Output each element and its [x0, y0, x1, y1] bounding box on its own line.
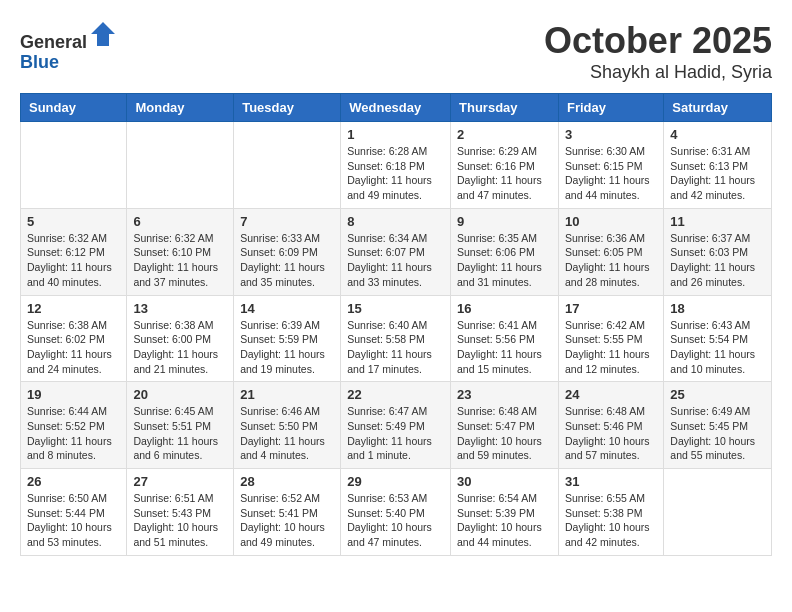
weekday-header-tuesday: Tuesday	[234, 94, 341, 122]
weekday-header-saturday: Saturday	[664, 94, 772, 122]
day-cell: 31Sunrise: 6:55 AM Sunset: 5:38 PM Dayli…	[558, 469, 663, 556]
day-number: 19	[27, 387, 120, 402]
day-info: Sunrise: 6:40 AM Sunset: 5:58 PM Dayligh…	[347, 318, 444, 377]
day-cell	[664, 469, 772, 556]
day-cell: 13Sunrise: 6:38 AM Sunset: 6:00 PM Dayli…	[127, 295, 234, 382]
day-cell: 25Sunrise: 6:49 AM Sunset: 5:45 PM Dayli…	[664, 382, 772, 469]
calendar-table: SundayMondayTuesdayWednesdayThursdayFrid…	[20, 93, 772, 556]
day-info: Sunrise: 6:45 AM Sunset: 5:51 PM Dayligh…	[133, 404, 227, 463]
day-number: 27	[133, 474, 227, 489]
day-number: 15	[347, 301, 444, 316]
day-cell: 23Sunrise: 6:48 AM Sunset: 5:47 PM Dayli…	[451, 382, 559, 469]
day-number: 18	[670, 301, 765, 316]
day-number: 23	[457, 387, 552, 402]
day-number: 17	[565, 301, 657, 316]
weekday-header-sunday: Sunday	[21, 94, 127, 122]
day-info: Sunrise: 6:39 AM Sunset: 5:59 PM Dayligh…	[240, 318, 334, 377]
day-cell: 11Sunrise: 6:37 AM Sunset: 6:03 PM Dayli…	[664, 208, 772, 295]
day-cell: 6Sunrise: 6:32 AM Sunset: 6:10 PM Daylig…	[127, 208, 234, 295]
day-cell: 9Sunrise: 6:35 AM Sunset: 6:06 PM Daylig…	[451, 208, 559, 295]
day-cell: 26Sunrise: 6:50 AM Sunset: 5:44 PM Dayli…	[21, 469, 127, 556]
logo-icon	[89, 20, 117, 48]
day-number: 25	[670, 387, 765, 402]
weekday-header-thursday: Thursday	[451, 94, 559, 122]
day-info: Sunrise: 6:37 AM Sunset: 6:03 PM Dayligh…	[670, 231, 765, 290]
day-number: 26	[27, 474, 120, 489]
day-info: Sunrise: 6:44 AM Sunset: 5:52 PM Dayligh…	[27, 404, 120, 463]
day-info: Sunrise: 6:49 AM Sunset: 5:45 PM Dayligh…	[670, 404, 765, 463]
day-cell: 1Sunrise: 6:28 AM Sunset: 6:18 PM Daylig…	[341, 122, 451, 209]
logo: General Blue	[20, 20, 117, 73]
day-number: 7	[240, 214, 334, 229]
weekday-header-wednesday: Wednesday	[341, 94, 451, 122]
day-cell: 12Sunrise: 6:38 AM Sunset: 6:02 PM Dayli…	[21, 295, 127, 382]
week-row-5: 26Sunrise: 6:50 AM Sunset: 5:44 PM Dayli…	[21, 469, 772, 556]
day-cell: 14Sunrise: 6:39 AM Sunset: 5:59 PM Dayli…	[234, 295, 341, 382]
day-info: Sunrise: 6:41 AM Sunset: 5:56 PM Dayligh…	[457, 318, 552, 377]
day-info: Sunrise: 6:50 AM Sunset: 5:44 PM Dayligh…	[27, 491, 120, 550]
day-cell: 29Sunrise: 6:53 AM Sunset: 5:40 PM Dayli…	[341, 469, 451, 556]
day-cell	[21, 122, 127, 209]
day-number: 13	[133, 301, 227, 316]
day-cell: 27Sunrise: 6:51 AM Sunset: 5:43 PM Dayli…	[127, 469, 234, 556]
day-cell: 20Sunrise: 6:45 AM Sunset: 5:51 PM Dayli…	[127, 382, 234, 469]
day-number: 16	[457, 301, 552, 316]
logo-blue-text: Blue	[20, 52, 59, 72]
day-number: 5	[27, 214, 120, 229]
day-info: Sunrise: 6:52 AM Sunset: 5:41 PM Dayligh…	[240, 491, 334, 550]
day-number: 21	[240, 387, 334, 402]
day-info: Sunrise: 6:28 AM Sunset: 6:18 PM Dayligh…	[347, 144, 444, 203]
day-cell	[234, 122, 341, 209]
day-number: 8	[347, 214, 444, 229]
day-cell: 2Sunrise: 6:29 AM Sunset: 6:16 PM Daylig…	[451, 122, 559, 209]
day-number: 22	[347, 387, 444, 402]
day-info: Sunrise: 6:38 AM Sunset: 6:00 PM Dayligh…	[133, 318, 227, 377]
weekday-header-friday: Friday	[558, 94, 663, 122]
day-cell: 30Sunrise: 6:54 AM Sunset: 5:39 PM Dayli…	[451, 469, 559, 556]
day-number: 11	[670, 214, 765, 229]
day-cell: 8Sunrise: 6:34 AM Sunset: 6:07 PM Daylig…	[341, 208, 451, 295]
day-info: Sunrise: 6:48 AM Sunset: 5:47 PM Dayligh…	[457, 404, 552, 463]
day-number: 1	[347, 127, 444, 142]
day-cell: 16Sunrise: 6:41 AM Sunset: 5:56 PM Dayli…	[451, 295, 559, 382]
day-info: Sunrise: 6:42 AM Sunset: 5:55 PM Dayligh…	[565, 318, 657, 377]
weekday-header-monday: Monday	[127, 94, 234, 122]
day-cell: 22Sunrise: 6:47 AM Sunset: 5:49 PM Dayli…	[341, 382, 451, 469]
day-cell: 24Sunrise: 6:48 AM Sunset: 5:46 PM Dayli…	[558, 382, 663, 469]
day-info: Sunrise: 6:31 AM Sunset: 6:13 PM Dayligh…	[670, 144, 765, 203]
day-info: Sunrise: 6:32 AM Sunset: 6:12 PM Dayligh…	[27, 231, 120, 290]
day-number: 28	[240, 474, 334, 489]
day-info: Sunrise: 6:32 AM Sunset: 6:10 PM Dayligh…	[133, 231, 227, 290]
logo-general-text: General	[20, 32, 87, 52]
title-block: October 2025 Shaykh al Hadid, Syria	[544, 20, 772, 83]
day-number: 30	[457, 474, 552, 489]
day-info: Sunrise: 6:55 AM Sunset: 5:38 PM Dayligh…	[565, 491, 657, 550]
day-cell: 3Sunrise: 6:30 AM Sunset: 6:15 PM Daylig…	[558, 122, 663, 209]
week-row-3: 12Sunrise: 6:38 AM Sunset: 6:02 PM Dayli…	[21, 295, 772, 382]
day-info: Sunrise: 6:30 AM Sunset: 6:15 PM Dayligh…	[565, 144, 657, 203]
day-info: Sunrise: 6:47 AM Sunset: 5:49 PM Dayligh…	[347, 404, 444, 463]
month-title: October 2025	[544, 20, 772, 62]
day-number: 10	[565, 214, 657, 229]
day-number: 20	[133, 387, 227, 402]
day-cell: 21Sunrise: 6:46 AM Sunset: 5:50 PM Dayli…	[234, 382, 341, 469]
day-cell: 15Sunrise: 6:40 AM Sunset: 5:58 PM Dayli…	[341, 295, 451, 382]
weekday-header-row: SundayMondayTuesdayWednesdayThursdayFrid…	[21, 94, 772, 122]
day-info: Sunrise: 6:48 AM Sunset: 5:46 PM Dayligh…	[565, 404, 657, 463]
day-cell: 28Sunrise: 6:52 AM Sunset: 5:41 PM Dayli…	[234, 469, 341, 556]
day-cell: 18Sunrise: 6:43 AM Sunset: 5:54 PM Dayli…	[664, 295, 772, 382]
day-number: 6	[133, 214, 227, 229]
day-number: 2	[457, 127, 552, 142]
day-cell: 5Sunrise: 6:32 AM Sunset: 6:12 PM Daylig…	[21, 208, 127, 295]
day-info: Sunrise: 6:43 AM Sunset: 5:54 PM Dayligh…	[670, 318, 765, 377]
week-row-1: 1Sunrise: 6:28 AM Sunset: 6:18 PM Daylig…	[21, 122, 772, 209]
day-info: Sunrise: 6:36 AM Sunset: 6:05 PM Dayligh…	[565, 231, 657, 290]
page-header: General Blue October 2025 Shaykh al Hadi…	[20, 20, 772, 83]
day-number: 31	[565, 474, 657, 489]
day-info: Sunrise: 6:35 AM Sunset: 6:06 PM Dayligh…	[457, 231, 552, 290]
day-info: Sunrise: 6:29 AM Sunset: 6:16 PM Dayligh…	[457, 144, 552, 203]
day-info: Sunrise: 6:38 AM Sunset: 6:02 PM Dayligh…	[27, 318, 120, 377]
day-cell: 7Sunrise: 6:33 AM Sunset: 6:09 PM Daylig…	[234, 208, 341, 295]
week-row-4: 19Sunrise: 6:44 AM Sunset: 5:52 PM Dayli…	[21, 382, 772, 469]
day-cell: 4Sunrise: 6:31 AM Sunset: 6:13 PM Daylig…	[664, 122, 772, 209]
